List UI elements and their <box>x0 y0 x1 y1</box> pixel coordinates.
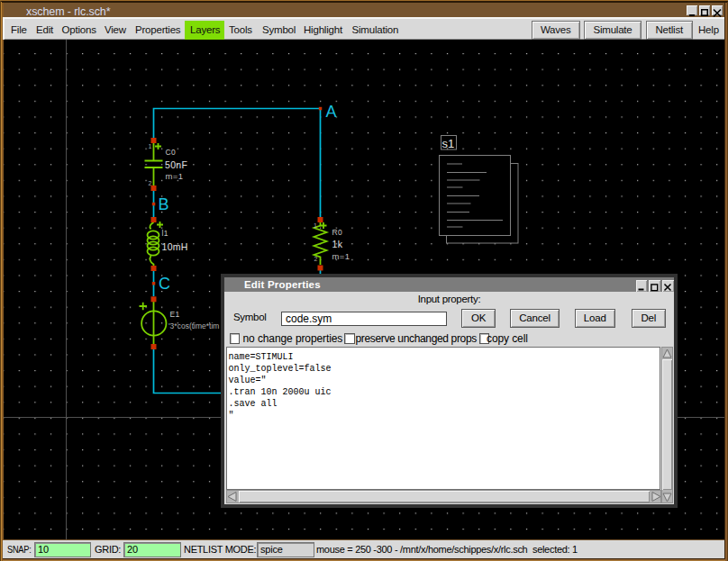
svg-text:50nF: 50nF <box>165 159 187 170</box>
svg-text:10mH: 10mH <box>162 241 188 252</box>
svg-text:m=1: m=1 <box>166 171 184 181</box>
svg-text:B: B <box>159 195 169 213</box>
svg-text:'3*cos(time*tim: '3*cos(time*tim <box>168 321 219 330</box>
svg-text:l1: l1 <box>162 229 168 238</box>
svg-text:C0: C0 <box>166 148 176 157</box>
svg-text:A: A <box>326 103 337 121</box>
svg-text:2: 2 <box>314 256 318 262</box>
svg-text:1: 1 <box>149 143 152 149</box>
svg-text:1: 1 <box>314 222 317 229</box>
svg-text:E1: E1 <box>170 310 180 319</box>
svg-text:1k: 1k <box>332 239 343 249</box>
svg-text:s1: s1 <box>442 137 455 150</box>
svg-text:R0: R0 <box>332 228 342 237</box>
svg-text:C: C <box>159 275 170 293</box>
svg-text:2: 2 <box>149 180 152 186</box>
svg-text:m=1: m=1 <box>332 251 350 261</box>
